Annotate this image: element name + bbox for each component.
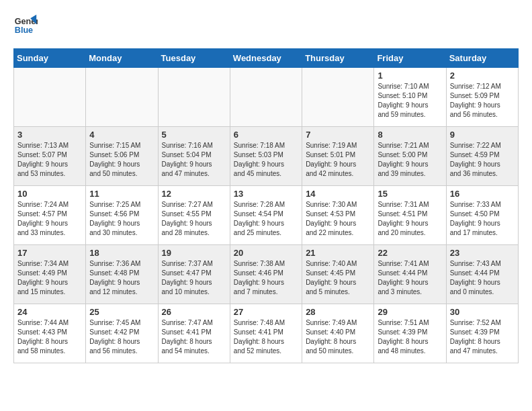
- day-number: 10: [17, 189, 82, 199]
- svg-text:Blue: Blue: [15, 26, 33, 35]
- calendar-cell: 1Sunrise: 7:10 AM Sunset: 5:10 PM Daylig…: [374, 68, 446, 127]
- cell-text: Sunrise: 7:44 AM Sunset: 4:43 PM Dayligh…: [17, 318, 82, 356]
- cell-text: Sunrise: 7:21 AM Sunset: 5:00 PM Dayligh…: [378, 141, 442, 179]
- cell-text: Sunrise: 7:38 AM Sunset: 4:46 PM Dayligh…: [234, 259, 298, 297]
- cell-text: Sunrise: 7:33 AM Sunset: 4:50 PM Dayligh…: [450, 200, 515, 238]
- cell-text: Sunrise: 7:37 AM Sunset: 4:47 PM Dayligh…: [162, 259, 226, 297]
- calendar-cell: 7Sunrise: 7:19 AM Sunset: 5:01 PM Daylig…: [302, 127, 374, 186]
- calendar-cell: 24Sunrise: 7:44 AM Sunset: 4:43 PM Dayli…: [14, 304, 86, 363]
- calendar-cell: 19Sunrise: 7:37 AM Sunset: 4:47 PM Dayli…: [158, 245, 230, 304]
- week-row-4: 24Sunrise: 7:44 AM Sunset: 4:43 PM Dayli…: [14, 304, 519, 363]
- calendar-cell: 20Sunrise: 7:38 AM Sunset: 4:46 PM Dayli…: [230, 245, 302, 304]
- day-number: 25: [89, 307, 154, 317]
- day-number: 15: [378, 189, 442, 199]
- calendar-cell: [158, 68, 230, 127]
- cell-text: Sunrise: 7:18 AM Sunset: 5:03 PM Dayligh…: [234, 141, 298, 179]
- calendar-cell: 11Sunrise: 7:25 AM Sunset: 4:56 PM Dayli…: [86, 186, 158, 245]
- calendar-cell: 21Sunrise: 7:40 AM Sunset: 4:45 PM Dayli…: [302, 245, 374, 304]
- cell-text: Sunrise: 7:41 AM Sunset: 4:44 PM Dayligh…: [378, 259, 442, 297]
- calendar-cell: 15Sunrise: 7:31 AM Sunset: 4:51 PM Dayli…: [374, 186, 446, 245]
- day-number: 22: [378, 248, 442, 258]
- cell-text: Sunrise: 7:49 AM Sunset: 4:40 PM Dayligh…: [306, 318, 370, 356]
- cell-text: Sunrise: 7:48 AM Sunset: 4:41 PM Dayligh…: [234, 318, 298, 356]
- day-number: 6: [234, 130, 298, 140]
- cell-text: Sunrise: 7:27 AM Sunset: 4:55 PM Dayligh…: [162, 200, 226, 238]
- day-number: 30: [450, 307, 515, 317]
- calendar-cell: 16Sunrise: 7:33 AM Sunset: 4:50 PM Dayli…: [446, 186, 518, 245]
- day-number: 12: [162, 189, 226, 199]
- cell-text: Sunrise: 7:30 AM Sunset: 4:53 PM Dayligh…: [306, 200, 370, 238]
- weekday-header-sunday: Sunday: [14, 49, 86, 68]
- calendar-cell: 14Sunrise: 7:30 AM Sunset: 4:53 PM Dayli…: [302, 186, 374, 245]
- weekday-header-row: SundayMondayTuesdayWednesdayThursdayFrid…: [14, 49, 519, 68]
- day-number: 20: [234, 248, 298, 258]
- calendar-cell: 26Sunrise: 7:47 AM Sunset: 4:41 PM Dayli…: [158, 304, 230, 363]
- calendar-cell: 2Sunrise: 7:12 AM Sunset: 5:09 PM Daylig…: [446, 68, 518, 127]
- cell-text: Sunrise: 7:28 AM Sunset: 4:54 PM Dayligh…: [234, 200, 298, 238]
- cell-text: Sunrise: 7:15 AM Sunset: 5:06 PM Dayligh…: [89, 141, 154, 179]
- calendar-cell: 22Sunrise: 7:41 AM Sunset: 4:44 PM Dayli…: [374, 245, 446, 304]
- day-number: 27: [234, 307, 298, 317]
- day-number: 19: [162, 248, 226, 258]
- week-row-3: 17Sunrise: 7:34 AM Sunset: 4:49 PM Dayli…: [14, 245, 519, 304]
- cell-text: Sunrise: 7:31 AM Sunset: 4:51 PM Dayligh…: [378, 200, 442, 238]
- header: General Blue: [13, 13, 519, 38]
- day-number: 7: [306, 130, 370, 140]
- day-number: 2: [450, 71, 515, 81]
- day-number: 4: [89, 130, 154, 140]
- cell-text: Sunrise: 7:10 AM Sunset: 5:10 PM Dayligh…: [378, 82, 442, 120]
- cell-text: Sunrise: 7:19 AM Sunset: 5:01 PM Dayligh…: [306, 141, 370, 179]
- calendar-cell: 23Sunrise: 7:43 AM Sunset: 4:44 PM Dayli…: [446, 245, 518, 304]
- weekday-header-tuesday: Tuesday: [158, 49, 230, 68]
- cell-text: Sunrise: 7:36 AM Sunset: 4:48 PM Dayligh…: [89, 259, 154, 297]
- calendar: SundayMondayTuesdayWednesdayThursdayFrid…: [13, 48, 519, 363]
- calendar-cell: 28Sunrise: 7:49 AM Sunset: 4:40 PM Dayli…: [302, 304, 374, 363]
- cell-text: Sunrise: 7:12 AM Sunset: 5:09 PM Dayligh…: [450, 82, 515, 120]
- calendar-cell: 4Sunrise: 7:15 AM Sunset: 5:06 PM Daylig…: [86, 127, 158, 186]
- day-number: 24: [17, 307, 82, 317]
- cell-text: Sunrise: 7:47 AM Sunset: 4:41 PM Dayligh…: [162, 318, 226, 356]
- calendar-cell: 17Sunrise: 7:34 AM Sunset: 4:49 PM Dayli…: [14, 245, 86, 304]
- cell-text: Sunrise: 7:16 AM Sunset: 5:04 PM Dayligh…: [162, 141, 226, 179]
- calendar-cell: [86, 68, 158, 127]
- calendar-cell: [230, 68, 302, 127]
- calendar-cell: [14, 68, 86, 127]
- calendar-cell: 12Sunrise: 7:27 AM Sunset: 4:55 PM Dayli…: [158, 186, 230, 245]
- day-number: 5: [162, 130, 226, 140]
- cell-text: Sunrise: 7:43 AM Sunset: 4:44 PM Dayligh…: [450, 259, 515, 297]
- day-number: 9: [450, 130, 515, 140]
- calendar-cell: [302, 68, 374, 127]
- weekday-header-thursday: Thursday: [302, 49, 374, 68]
- calendar-cell: 8Sunrise: 7:21 AM Sunset: 5:00 PM Daylig…: [374, 127, 446, 186]
- cell-text: Sunrise: 7:34 AM Sunset: 4:49 PM Dayligh…: [17, 259, 82, 297]
- logo-icon: General Blue: [13, 13, 38, 38]
- week-row-2: 10Sunrise: 7:24 AM Sunset: 4:57 PM Dayli…: [14, 186, 519, 245]
- day-number: 17: [17, 248, 82, 258]
- day-number: 13: [234, 189, 298, 199]
- cell-text: Sunrise: 7:51 AM Sunset: 4:39 PM Dayligh…: [378, 318, 442, 356]
- calendar-cell: 18Sunrise: 7:36 AM Sunset: 4:48 PM Dayli…: [86, 245, 158, 304]
- cell-text: Sunrise: 7:52 AM Sunset: 4:39 PM Dayligh…: [450, 318, 515, 356]
- calendar-cell: 3Sunrise: 7:13 AM Sunset: 5:07 PM Daylig…: [14, 127, 86, 186]
- weekday-header-saturday: Saturday: [446, 49, 518, 68]
- week-row-0: 1Sunrise: 7:10 AM Sunset: 5:10 PM Daylig…: [14, 68, 519, 127]
- cell-text: Sunrise: 7:24 AM Sunset: 4:57 PM Dayligh…: [17, 200, 82, 238]
- day-number: 18: [89, 248, 154, 258]
- calendar-cell: 27Sunrise: 7:48 AM Sunset: 4:41 PM Dayli…: [230, 304, 302, 363]
- calendar-cell: 6Sunrise: 7:18 AM Sunset: 5:03 PM Daylig…: [230, 127, 302, 186]
- weekday-header-monday: Monday: [86, 49, 158, 68]
- calendar-cell: 29Sunrise: 7:51 AM Sunset: 4:39 PM Dayli…: [374, 304, 446, 363]
- day-number: 1: [378, 71, 442, 81]
- day-number: 29: [378, 307, 442, 317]
- calendar-cell: 10Sunrise: 7:24 AM Sunset: 4:57 PM Dayli…: [14, 186, 86, 245]
- day-number: 28: [306, 307, 370, 317]
- calendar-cell: 30Sunrise: 7:52 AM Sunset: 4:39 PM Dayli…: [446, 304, 518, 363]
- logo: General Blue: [13, 13, 38, 38]
- cell-text: Sunrise: 7:40 AM Sunset: 4:45 PM Dayligh…: [306, 259, 370, 297]
- day-number: 21: [306, 248, 370, 258]
- cell-text: Sunrise: 7:45 AM Sunset: 4:42 PM Dayligh…: [89, 318, 154, 356]
- cell-text: Sunrise: 7:25 AM Sunset: 4:56 PM Dayligh…: [89, 200, 154, 238]
- day-number: 8: [378, 130, 442, 140]
- week-row-1: 3Sunrise: 7:13 AM Sunset: 5:07 PM Daylig…: [14, 127, 519, 186]
- calendar-cell: 9Sunrise: 7:22 AM Sunset: 4:59 PM Daylig…: [446, 127, 518, 186]
